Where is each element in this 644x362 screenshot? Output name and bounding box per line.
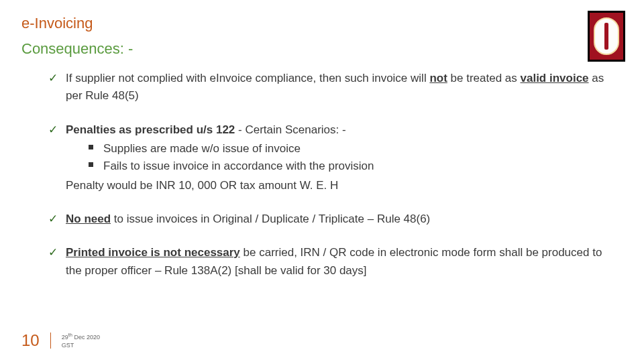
- text-emph: Penalties as prescribed u/s 122: [66, 123, 235, 136]
- footer-divider: [50, 333, 51, 349]
- sub-bullet-1: Supplies are made w/o issue of invoice: [89, 140, 617, 158]
- text-emph: Printed invoice is not necessary: [66, 246, 240, 259]
- bullet-item-4: ✓ Printed invoice is not necessary be ca…: [48, 244, 617, 280]
- text-fragment: be treated as: [447, 72, 521, 84]
- text-fragment: If supplier not complied with eInvoice c…: [66, 72, 429, 84]
- footer-tag: GST: [62, 342, 100, 349]
- sub-list: Supplies are made w/o issue of invoice F…: [66, 140, 617, 176]
- square-icon: [89, 162, 93, 167]
- footer: 10 29th Dec 2020 GST: [21, 331, 100, 350]
- slide-title: e-Invoicing: [0, 0, 644, 32]
- footer-date: 29th Dec 2020: [62, 332, 100, 341]
- sub-text: Fails to issue invoice in accordance wit…: [103, 160, 374, 172]
- text-emph: valid invoice: [521, 72, 589, 84]
- check-icon: ✓: [48, 210, 58, 228]
- text-emph: No need: [66, 213, 111, 225]
- check-icon: ✓: [48, 121, 58, 139]
- logo-inner: [594, 17, 619, 55]
- text-fragment: to issue invoices in Original / Duplicat…: [111, 213, 430, 225]
- page-number: 10: [21, 331, 40, 350]
- date-day: 29: [62, 334, 68, 341]
- check-icon: ✓: [48, 70, 58, 87]
- penalty-note: Penalty would be INR 10, 000 OR tax amou…: [66, 177, 617, 194]
- footer-meta: 29th Dec 2020 GST: [62, 332, 100, 349]
- sub-text: Supplies are made w/o issue of invoice: [103, 142, 301, 155]
- bullet-item-2: ✓ Penalties as prescribed u/s 122 - Cert…: [48, 121, 617, 194]
- date-rest: Dec 2020: [72, 334, 100, 341]
- bullet-item-3: ✓ No need to issue invoices in Original …: [48, 210, 617, 228]
- bullet-item-1: ✓ If supplier not complied with eInvoice…: [48, 70, 617, 105]
- content-area: ✓ If supplier not complied with eInvoice…: [0, 58, 644, 280]
- check-icon: ✓: [48, 244, 58, 261]
- text-fragment: - Certain Scenarios: -: [235, 123, 345, 136]
- slide-subtitle: Consequences: -: [0, 32, 644, 58]
- institution-logo: [588, 11, 625, 62]
- sub-bullet-2: Fails to issue invoice in accordance wit…: [89, 158, 617, 175]
- text-emph: not: [429, 72, 447, 84]
- square-icon: [89, 145, 93, 149]
